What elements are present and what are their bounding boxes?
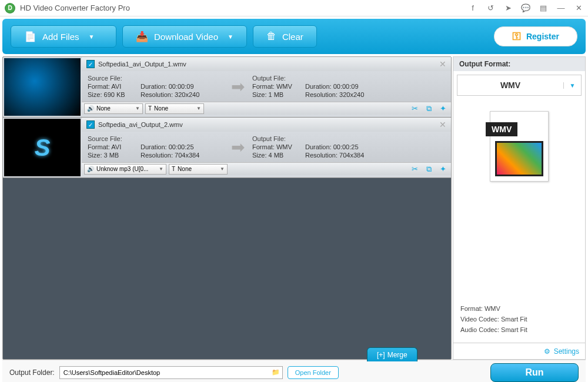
- main-toolbar: 📄 Add Files ▼ 📥 Download Video ▼ 🗑 Clear…: [2, 19, 586, 54]
- format-preview: WMV: [453, 99, 585, 299]
- edit-icon[interactable]: ✂: [409, 164, 420, 175]
- audio-track-value: None: [96, 105, 133, 112]
- add-file-icon: 📄: [24, 31, 36, 43]
- bottom-bar: [+] Merge Output Folder: C:\Users\Softpe…: [2, 360, 586, 382]
- clear-button[interactable]: 🗑 Clear: [253, 25, 317, 48]
- queue-item: S ✓ Softpedia_avi_Output_2.wmv ✕ Source …: [3, 118, 451, 178]
- arrow-right-icon: ➡: [223, 138, 252, 157]
- close-icon[interactable]: ✕: [574, 4, 583, 13]
- app-title: HD Video Converter Factory Pro: [20, 4, 468, 12]
- merge-button[interactable]: [+] Merge: [367, 347, 417, 361]
- meta-audio-codec: Audio Codec: Smart Fit: [460, 326, 578, 333]
- speaker-icon: 🔊: [87, 105, 94, 112]
- register-button[interactable]: ⚿ Register: [494, 26, 577, 46]
- merge-label: Merge: [387, 351, 407, 359]
- output-format-header: Output Format:: [453, 57, 585, 71]
- register-label: Register: [526, 32, 559, 41]
- audio-track-value: Unknow mp3 (U[0...: [96, 166, 156, 172]
- output-metadata: Format: WMV Video Codec: Smart Fit Audio…: [453, 299, 585, 343]
- download-video-button[interactable]: 📥 Download Video ▼: [122, 25, 247, 48]
- subtitle-dropdown[interactable]: T None ▼: [169, 164, 228, 175]
- key-icon: ⚿: [512, 31, 522, 42]
- remove-item-icon[interactable]: ✕: [439, 59, 446, 69]
- effects-icon[interactable]: ✦: [437, 103, 449, 114]
- undo-icon[interactable]: ↺: [486, 4, 495, 13]
- output-format-selector[interactable]: WMV ▼: [457, 75, 582, 96]
- settings-label: Settings: [554, 347, 579, 356]
- remove-item-icon[interactable]: ✕: [439, 120, 446, 129]
- gear-icon: ⚙: [544, 347, 550, 356]
- output-format: Format: WMV: [252, 143, 305, 150]
- share-icon[interactable]: ➤: [503, 4, 513, 13]
- crop-icon[interactable]: ⧉: [423, 164, 435, 175]
- output-format: Format: WMV: [252, 83, 305, 90]
- output-folder-label: Output Folder:: [9, 368, 55, 377]
- text-icon: T: [148, 105, 152, 112]
- minimize-icon[interactable]: —: [556, 4, 566, 13]
- source-size: Size: 690 KB: [88, 91, 141, 98]
- item-header: ✓ Softpedia_avi_Output_2.wmv ✕: [82, 118, 451, 132]
- chevron-down-icon: ▼: [196, 106, 201, 111]
- source-resolution: Resolution: 704x384: [141, 152, 223, 159]
- text-icon: T: [172, 166, 175, 172]
- queue-item: ✓ Softpedia1_avi_Output_1.wmv ✕ Source F…: [3, 57, 451, 118]
- video-thumbnail[interactable]: [4, 58, 81, 116]
- add-files-button[interactable]: 📄 Add Files ▼: [11, 25, 116, 48]
- browse-folder-icon[interactable]: 📁: [272, 368, 280, 376]
- add-files-label: Add Files: [42, 32, 79, 42]
- output-size: Size: 4 MB: [252, 152, 305, 159]
- output-folder-path[interactable]: C:\Users\SoftpediaEditor\Desktop 📁: [59, 366, 283, 379]
- output-path-value: C:\Users\SoftpediaEditor\Desktop: [64, 369, 160, 376]
- download-video-label: Download Video: [154, 32, 218, 42]
- subtitle-dropdown[interactable]: T None ▼: [145, 103, 204, 114]
- titlebar-actions: f ↺ ➤ 💬 ▤ — ✕: [468, 4, 583, 13]
- wmv-format-icon: WMV: [490, 111, 549, 182]
- merge-icon: [+]: [377, 351, 385, 359]
- main-area: ✓ Softpedia1_avi_Output_1.wmv ✕ Source F…: [2, 56, 586, 360]
- clear-label: Clear: [282, 32, 303, 42]
- item-header: ✓ Softpedia1_avi_Output_1.wmv ✕: [82, 57, 451, 71]
- item-footer: 🔊 Unknow mp3 (U[0... ▼ T None ▼ ✂ ⧉ ✦: [82, 162, 451, 175]
- chevron-down-icon: ▼: [89, 33, 95, 40]
- format-badge: WMV: [486, 122, 517, 136]
- source-duration: Duration: 00:00:09: [141, 83, 223, 90]
- audio-track-dropdown[interactable]: 🔊 None ▼: [84, 103, 143, 114]
- speaker-icon: 🔊: [87, 166, 94, 172]
- facebook-icon[interactable]: f: [468, 4, 477, 13]
- chevron-down-icon: ▼: [563, 82, 581, 89]
- conversion-queue: ✓ Softpedia1_avi_Output_1.wmv ✕ Source F…: [2, 56, 452, 360]
- source-format: Format: AVI: [88, 83, 141, 90]
- run-button[interactable]: Run: [490, 363, 579, 382]
- output-file-label: Output File:: [252, 135, 305, 142]
- item-checkbox[interactable]: ✓: [86, 60, 95, 68]
- output-resolution: Resolution: 320x240: [305, 91, 387, 98]
- menu-icon[interactable]: ▤: [539, 4, 548, 13]
- output-duration: Duration: 00:00:25: [305, 143, 387, 150]
- audio-track-dropdown[interactable]: 🔊 Unknow mp3 (U[0... ▼: [84, 164, 166, 175]
- source-resolution: Resolution: 320x240: [141, 91, 223, 98]
- chevron-down-icon: ▼: [135, 106, 140, 111]
- item-info: Source File: Format: AVI Size: 690 KB Du…: [82, 71, 451, 102]
- feedback-icon[interactable]: 💬: [521, 4, 530, 13]
- output-sidebar: Output Format: WMV ▼ WMV Format: WMV Vid…: [453, 56, 586, 360]
- edit-icon[interactable]: ✂: [409, 103, 420, 114]
- settings-button[interactable]: ⚙ Settings: [453, 343, 585, 359]
- source-duration: Duration: 00:00:25: [141, 143, 223, 150]
- crop-icon[interactable]: ⧉: [423, 103, 435, 114]
- output-resolution: Resolution: 704x384: [305, 152, 387, 159]
- item-checkbox[interactable]: ✓: [86, 120, 95, 129]
- item-filename: Softpedia1_avi_Output_1.wmv: [98, 61, 436, 68]
- output-size: Size: 1 MB: [252, 91, 305, 98]
- meta-video-codec: Video Codec: Smart Fit: [460, 316, 578, 323]
- open-folder-button[interactable]: Open Folder: [288, 366, 339, 379]
- effects-icon[interactable]: ✦: [437, 164, 449, 175]
- video-thumbnail[interactable]: S: [4, 119, 81, 176]
- download-icon: 📥: [136, 31, 148, 43]
- item-footer: 🔊 None ▼ T None ▼ ✂ ⧉ ✦: [82, 102, 451, 115]
- output-duration: Duration: 00:00:09: [305, 83, 387, 90]
- arrow-right-icon: ➡: [223, 77, 252, 96]
- chevron-down-icon: ▼: [220, 166, 225, 172]
- source-format: Format: AVI: [88, 143, 141, 150]
- output-file-label: Output File:: [252, 75, 305, 82]
- output-format-value: WMV: [457, 81, 563, 90]
